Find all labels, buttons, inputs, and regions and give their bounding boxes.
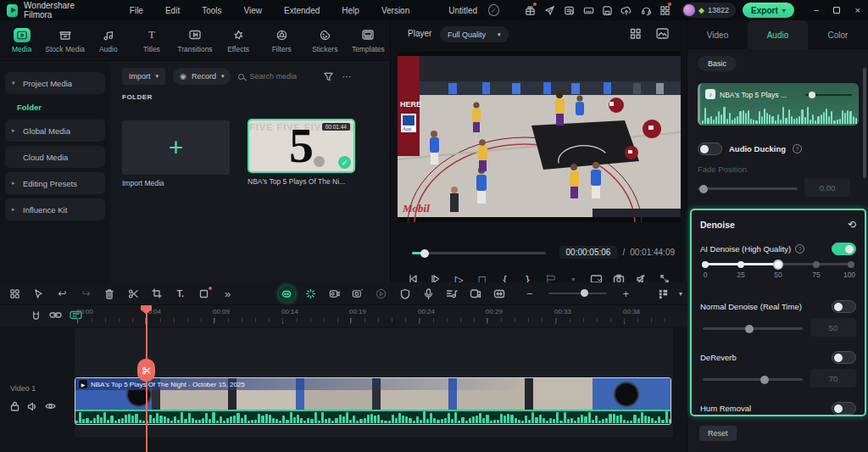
step-dot-0[interactable] (702, 261, 709, 268)
quality-dropdown[interactable]: Full Quality ▾ (440, 26, 509, 42)
caret-down-icon[interactable]: ▾ (12, 80, 18, 86)
minimize-button[interactable]: − (806, 0, 826, 20)
normal-denoise-toggle[interactable] (832, 300, 856, 313)
safe-area-button[interactable] (393, 282, 417, 305)
link-clips-icon[interactable] (49, 310, 62, 320)
sidebar-item-influence-kit[interactable]: ▸ Influence Kit (5, 198, 105, 220)
avatar[interactable] (683, 4, 695, 16)
export-button[interactable]: Export ▾ (743, 3, 794, 18)
timeline-ruler[interactable]: 00:00 00:04 00:09 00:14 00:19 00:24 00:2… (0, 305, 687, 326)
reset-button[interactable]: Reset (699, 426, 737, 441)
more-options-icon[interactable]: ⋯ (342, 71, 352, 82)
chevron-down-icon[interactable]: ▾ (498, 31, 501, 38)
search-input[interactable] (249, 72, 315, 81)
menu-file[interactable]: File (119, 6, 154, 15)
menu-version[interactable]: Version (370, 6, 420, 15)
sidebar-item-folder[interactable]: Folder (17, 98, 105, 115)
tab-audio[interactable]: Audio (86, 20, 130, 60)
normal-denoise-value[interactable]: 50 (810, 318, 856, 337)
tab-transitions[interactable]: Transitions (173, 20, 216, 60)
ai-denoise-toggle[interactable] (832, 243, 856, 255)
audio-clip-card[interactable]: ♪ NBA's Top 5 Plays ... (698, 83, 859, 126)
sidebar-item-editing-presets[interactable]: ▸ Editing Presets (5, 172, 105, 194)
sidebar-item-cloud-media[interactable]: Cloud Media (5, 146, 105, 168)
tab-effects[interactable]: Effects (217, 20, 260, 60)
gift-icon[interactable] (521, 0, 541, 20)
save-icon[interactable] (598, 0, 617, 20)
audio-sync-button[interactable] (440, 282, 464, 305)
step-dot-100[interactable] (848, 261, 854, 268)
video-preview[interactable]: HERE App (398, 51, 681, 222)
import-button[interactable]: Import ▾ (122, 68, 165, 85)
tab-video[interactable]: Video (687, 20, 748, 49)
seek-bar[interactable] (412, 252, 546, 254)
help-icon[interactable]: ? (795, 244, 804, 254)
tab-audio[interactable]: Audio (748, 20, 808, 49)
basic-filter-pill[interactable]: Basic (698, 56, 737, 71)
apps-grid-icon[interactable] (655, 0, 675, 20)
auto-reframe-button[interactable] (464, 282, 487, 305)
screen-record-button[interactable] (346, 282, 370, 305)
dereverb-slider[interactable] (703, 378, 803, 381)
fit-timeline-button[interactable] (487, 282, 511, 305)
timeline-zoom-knob[interactable] (581, 289, 588, 297)
ai-copilot-button[interactable] (275, 282, 298, 305)
preview-image-icon[interactable] (656, 28, 669, 39)
tab-stickers[interactable]: Stickers (303, 20, 347, 60)
audio-ducking-toggle[interactable] (698, 142, 722, 155)
ai-enhance-button[interactable] (298, 282, 322, 305)
mask-button[interactable] (192, 282, 216, 305)
record-button[interactable]: ◉ Record ▾ (173, 68, 231, 85)
ai-denoise-knob[interactable] (773, 259, 783, 270)
chevron-down-icon[interactable]: ▾ (782, 7, 786, 14)
timeline-zoom-slider[interactable] (548, 293, 608, 295)
voiceover-mic-button[interactable] (417, 282, 441, 305)
clip-volume-knob[interactable] (809, 92, 815, 98)
menu-view[interactable]: View (233, 6, 274, 15)
select-cursor-icon[interactable] (27, 282, 51, 305)
snap-magnet-icon[interactable] (31, 310, 42, 321)
fade-position-value[interactable]: 0.00 (804, 178, 850, 197)
timeline-clip[interactable]: ▶ NBA's Top 5 Plays Of The Night - Octob… (75, 377, 671, 425)
caret-right-icon[interactable]: ▸ (12, 127, 18, 134)
sticker-record-button[interactable] (322, 282, 346, 305)
share-icon[interactable] (540, 0, 559, 20)
dereverb-knob[interactable] (760, 376, 769, 384)
hum-removal-toggle[interactable] (832, 402, 856, 415)
menu-help[interactable]: Help (331, 6, 370, 15)
fade-position-knob[interactable] (699, 185, 708, 193)
menu-extended[interactable]: Extended (273, 6, 331, 15)
info-icon[interactable]: ? (793, 144, 802, 153)
more-tools-button[interactable]: » (216, 282, 240, 305)
normal-denoise-knob[interactable] (745, 325, 754, 333)
track-manager-button[interactable] (651, 282, 675, 305)
tab-titles[interactable]: T Titles (130, 20, 173, 60)
zoom-in-button[interactable]: + (614, 282, 637, 305)
tab-media[interactable]: Media (0, 20, 43, 60)
menu-edit[interactable]: Edit (154, 6, 191, 15)
filter-icon[interactable] (323, 71, 334, 82)
media-clip-tile[interactable]: FIVE FIVE FIVE FIVE FIVE FIVE FIVE FIVE … (248, 119, 355, 173)
tab-stock-media[interactable]: Stock Media (43, 20, 86, 60)
caret-right-icon[interactable]: ▸ (12, 180, 18, 187)
clip-volume-slider[interactable] (805, 94, 852, 96)
headset-support-icon[interactable] (637, 0, 656, 20)
panel-scrollbar[interactable] (863, 68, 866, 178)
split-scissors-icon[interactable] (121, 282, 145, 305)
chevron-down-icon[interactable]: ▾ (156, 73, 159, 80)
dereverb-value[interactable]: 70 (810, 369, 856, 388)
zoom-out-button[interactable]: − (518, 282, 542, 305)
step-dot-75[interactable] (813, 261, 820, 268)
mute-track-icon[interactable] (27, 401, 37, 411)
reset-section-icon[interactable]: ⟲ (848, 219, 856, 231)
fade-position-slider[interactable] (698, 187, 798, 190)
tab-color[interactable]: Color (808, 20, 868, 49)
tab-filters[interactable]: Filters (260, 20, 303, 60)
add-text-button[interactable]: T. (169, 282, 192, 305)
lock-track-icon[interactable] (10, 401, 19, 411)
caret-right-icon[interactable]: ▸ (12, 206, 18, 213)
seek-knob[interactable] (420, 249, 429, 258)
task-list-icon[interactable] (559, 0, 579, 20)
cloud-upload-icon[interactable] (617, 0, 637, 20)
normal-denoise-slider[interactable] (703, 327, 803, 330)
